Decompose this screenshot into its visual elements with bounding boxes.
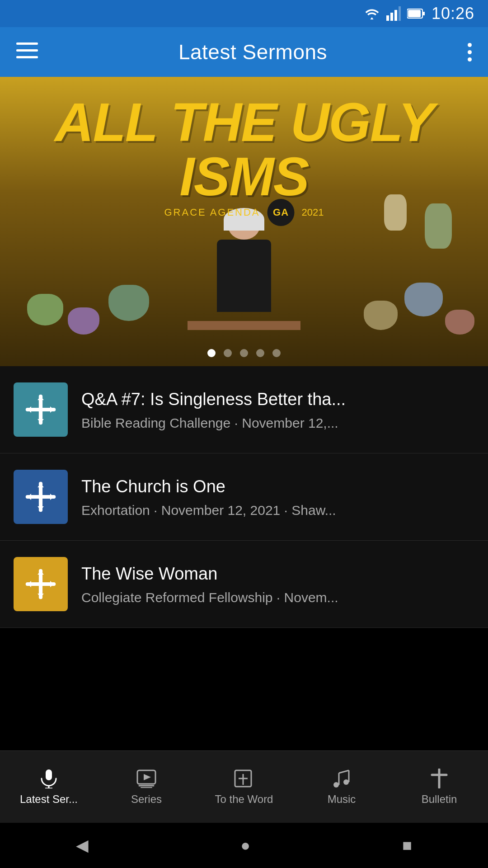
cross-icon-2	[25, 481, 56, 513]
svg-rect-8	[16, 49, 38, 52]
sermon-meta-2: Exhortation · November 12, 2021 · Shaw..…	[81, 503, 474, 518]
svg-rect-2	[394, 10, 397, 21]
tab-to-the-word-label: To the Word	[215, 793, 273, 806]
dot-indicators	[207, 349, 281, 357]
book-cross-icon	[234, 769, 254, 788]
svg-rect-3	[399, 6, 401, 21]
mic-icon	[39, 769, 59, 788]
monster-3	[108, 285, 149, 321]
monster-5	[404, 283, 443, 316]
sermon-thumb-2	[14, 470, 68, 524]
status-time: 10:26	[432, 4, 474, 23]
tab-to-the-word[interactable]: To the Word	[195, 761, 293, 813]
system-nav: ◀ ● ■	[0, 823, 488, 868]
sermon-meta-1: Bible Reading Challenge · November 12,..…	[81, 415, 474, 431]
svg-marker-20	[38, 484, 44, 487]
status-bar: 10:26	[0, 0, 488, 27]
sermon-thumb-1	[14, 382, 68, 437]
svg-rect-0	[386, 15, 389, 21]
svg-marker-34	[144, 774, 151, 780]
desk	[188, 321, 300, 330]
svg-rect-7	[16, 42, 38, 45]
tab-latest-sermons[interactable]: Latest Ser...	[0, 761, 98, 813]
svg-marker-16	[28, 406, 31, 413]
sermon-item[interactable]: Q&A #7: Is Singleness Better tha... Bibl…	[0, 366, 488, 453]
tab-music-label: Music	[328, 793, 356, 806]
dot-4[interactable]	[256, 349, 264, 357]
sermon-info-3: The Wise Woman Collegiate Reformed Fello…	[81, 563, 474, 605]
sermon-list: Q&A #7: Is Singleness Better tha... Bibl…	[0, 366, 488, 628]
svg-point-40	[333, 782, 339, 788]
sermon-title-3: The Wise Woman	[81, 563, 474, 585]
status-icons: 10:26	[364, 4, 474, 23]
man-body	[217, 240, 271, 312]
monster-7	[425, 203, 452, 249]
sermon-info-2: The Church is One Exhortation · November…	[81, 476, 474, 518]
svg-line-44	[339, 770, 349, 773]
sermon-title-1: Q&A #7: Is Singleness Better tha...	[81, 388, 474, 410]
svg-marker-23	[50, 494, 54, 500]
svg-marker-14	[38, 396, 44, 400]
battery-icon	[407, 8, 425, 19]
tab-music[interactable]: Music	[293, 761, 390, 813]
sermon-item[interactable]: The Wise Woman Collegiate Reformed Fello…	[0, 541, 488, 628]
dot-1[interactable]	[207, 349, 216, 357]
menu-icon[interactable]	[16, 42, 38, 62]
dot-2[interactable]	[224, 349, 232, 357]
svg-marker-21	[38, 506, 44, 510]
dot-5[interactable]	[272, 349, 281, 357]
svg-rect-9	[16, 56, 38, 58]
svg-marker-17	[50, 406, 54, 413]
dot-3[interactable]	[240, 349, 248, 357]
svg-marker-28	[28, 581, 31, 587]
monster-4	[364, 301, 398, 330]
svg-marker-26	[38, 571, 44, 575]
hero-subtitle-text: GRACE AGENDA	[164, 207, 260, 218]
sermon-item[interactable]: The Church is One Exhortation · November…	[0, 453, 488, 541]
monster-1	[27, 294, 63, 326]
recents-button[interactable]: ■	[402, 836, 412, 855]
svg-marker-27	[38, 594, 44, 597]
hero-title: ALL THE UGLY ISMS	[0, 95, 488, 203]
page-title: Latest Sermons	[178, 40, 327, 64]
sermon-info-1: Q&A #7: Is Singleness Better tha... Bibl…	[81, 388, 474, 430]
series-icon	[136, 769, 156, 788]
app-bar: Latest Sermons	[0, 27, 488, 77]
sermon-thumb-3	[14, 557, 68, 611]
svg-rect-6	[408, 10, 421, 17]
hero-banner: ALL THE UGLY ISMS GRACE AGENDA GA 2021	[0, 77, 488, 366]
monster-6	[445, 310, 474, 335]
more-options-icon[interactable]	[468, 43, 472, 61]
wifi-icon	[364, 7, 380, 20]
tab-bulletin[interactable]: Bulletin	[390, 761, 488, 813]
hero-subtitle: GRACE AGENDA GA 2021	[164, 199, 324, 226]
tab-latest-sermons-label: Latest Ser...	[20, 793, 78, 806]
bottom-nav: Latest Ser... Series To the Word Music	[0, 750, 488, 823]
svg-rect-5	[422, 12, 425, 15]
hero-year: 2021	[302, 207, 324, 218]
tab-series[interactable]: Series	[98, 761, 195, 813]
music-icon	[332, 769, 352, 788]
back-button[interactable]: ◀	[76, 836, 89, 855]
svg-rect-30	[46, 769, 52, 780]
cross-icon-1	[25, 394, 56, 425]
svg-marker-22	[28, 494, 31, 500]
cross-icon-3	[25, 568, 56, 600]
tab-series-label: Series	[131, 793, 162, 806]
figure-man	[203, 212, 285, 330]
svg-marker-29	[50, 581, 54, 587]
hero-badge: GA	[267, 199, 295, 226]
cross-nav-icon	[430, 769, 448, 788]
sermon-meta-3: Collegiate Reformed Fellowship · Novem..…	[81, 590, 474, 605]
sermon-title-2: The Church is One	[81, 476, 474, 498]
signal-icon	[386, 6, 401, 21]
svg-rect-1	[390, 13, 393, 21]
tab-bulletin-label: Bulletin	[422, 793, 457, 806]
svg-point-41	[343, 779, 349, 785]
svg-marker-15	[38, 419, 44, 423]
home-button[interactable]: ●	[240, 836, 250, 855]
monster-2	[68, 307, 99, 335]
